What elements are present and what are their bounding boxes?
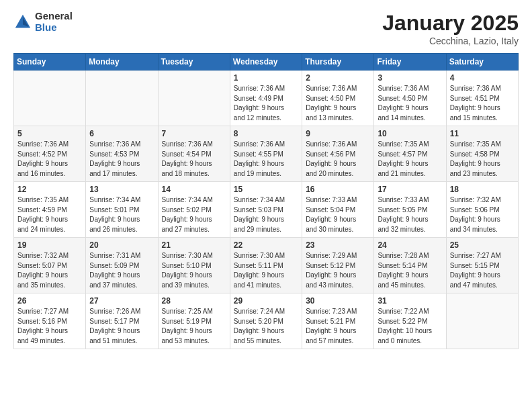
day-number: 8 — [234, 129, 298, 138]
day-info: Sunrise: 7:22 AM Sunset: 5:22 PM Dayligh… — [378, 307, 442, 346]
day-number: 25 — [450, 240, 515, 250]
day-number: 14 — [162, 185, 226, 194]
day-number: 9 — [306, 129, 370, 138]
logo-general: General — [35, 11, 73, 22]
day-info: Sunrise: 7:33 AM Sunset: 5:05 PM Dayligh… — [378, 195, 442, 234]
title-location: Cecchina, Lazio, Italy — [382, 36, 519, 46]
day-info: Sunrise: 7:31 AM Sunset: 5:09 PM Dayligh… — [89, 251, 154, 290]
day-number: 11 — [450, 129, 515, 138]
calendar-cell: 1Sunrise: 7:36 AM Sunset: 4:49 PM Daylig… — [230, 71, 302, 126]
day-number: 20 — [89, 240, 154, 250]
logo: General Blue — [13, 11, 73, 33]
calendar-cell — [446, 293, 518, 349]
day-number: 12 — [17, 185, 82, 194]
day-info: Sunrise: 7:26 AM Sunset: 5:17 PM Dayligh… — [89, 307, 154, 346]
day-info: Sunrise: 7:35 AM Sunset: 4:58 PM Dayligh… — [450, 140, 515, 179]
calendar-cell: 16Sunrise: 7:33 AM Sunset: 5:04 PM Dayli… — [302, 182, 374, 238]
day-info: Sunrise: 7:27 AM Sunset: 5:15 PM Dayligh… — [450, 251, 515, 290]
day-number: 5 — [17, 129, 82, 138]
day-info: Sunrise: 7:27 AM Sunset: 5:16 PM Dayligh… — [17, 307, 82, 346]
calendar-cell: 6Sunrise: 7:36 AM Sunset: 4:53 PM Daylig… — [86, 126, 158, 182]
day-info: Sunrise: 7:36 AM Sunset: 4:49 PM Dayligh… — [234, 84, 298, 123]
day-info: Sunrise: 7:28 AM Sunset: 5:14 PM Dayligh… — [378, 251, 442, 290]
calendar-cell: 27Sunrise: 7:26 AM Sunset: 5:17 PM Dayli… — [86, 293, 158, 349]
day-number: 1 — [234, 73, 298, 83]
day-number: 22 — [234, 240, 298, 250]
calendar-cell: 21Sunrise: 7:30 AM Sunset: 5:10 PM Dayli… — [158, 238, 230, 293]
page: General Blue January 2025 Cecchina, Lazi… — [0, 0, 532, 411]
day-number: 26 — [17, 296, 82, 306]
calendar-cell: 19Sunrise: 7:32 AM Sunset: 5:07 PM Dayli… — [14, 238, 86, 293]
weekday-header-sunday: Sunday — [14, 54, 86, 71]
day-number: 6 — [89, 129, 154, 138]
week-row-2: 5Sunrise: 7:36 AM Sunset: 4:52 PM Daylig… — [14, 126, 519, 182]
logo-blue: Blue — [35, 22, 73, 34]
title-block: January 2025 Cecchina, Lazio, Italy — [382, 11, 519, 46]
day-info: Sunrise: 7:36 AM Sunset: 4:51 PM Dayligh… — [450, 84, 515, 123]
day-number: 2 — [306, 73, 370, 83]
week-row-1: 1Sunrise: 7:36 AM Sunset: 4:49 PM Daylig… — [14, 71, 519, 126]
calendar-cell: 17Sunrise: 7:33 AM Sunset: 5:05 PM Dayli… — [374, 182, 446, 238]
calendar-cell: 3Sunrise: 7:36 AM Sunset: 4:50 PM Daylig… — [374, 71, 446, 126]
calendar-cell: 28Sunrise: 7:25 AM Sunset: 5:19 PM Dayli… — [158, 293, 230, 349]
day-info: Sunrise: 7:30 AM Sunset: 5:11 PM Dayligh… — [234, 251, 298, 290]
day-number: 31 — [378, 296, 442, 306]
weekday-header-thursday: Thursday — [302, 54, 374, 71]
day-info: Sunrise: 7:36 AM Sunset: 4:50 PM Dayligh… — [378, 84, 442, 123]
day-info: Sunrise: 7:36 AM Sunset: 4:52 PM Dayligh… — [17, 140, 82, 179]
calendar-cell: 30Sunrise: 7:23 AM Sunset: 5:21 PM Dayli… — [302, 293, 374, 349]
header: General Blue January 2025 Cecchina, Lazi… — [13, 11, 519, 46]
calendar-cell: 18Sunrise: 7:32 AM Sunset: 5:06 PM Dayli… — [446, 182, 518, 238]
day-info: Sunrise: 7:25 AM Sunset: 5:19 PM Dayligh… — [162, 307, 226, 346]
day-number: 13 — [89, 185, 154, 194]
weekday-header-monday: Monday — [86, 54, 158, 71]
calendar-cell: 8Sunrise: 7:36 AM Sunset: 4:55 PM Daylig… — [230, 126, 302, 182]
day-number: 3 — [378, 73, 442, 83]
weekday-header-saturday: Saturday — [446, 54, 518, 71]
day-number: 29 — [234, 296, 298, 306]
day-number: 16 — [306, 185, 370, 194]
calendar-cell: 11Sunrise: 7:35 AM Sunset: 4:58 PM Dayli… — [446, 126, 518, 182]
calendar-cell: 25Sunrise: 7:27 AM Sunset: 5:15 PM Dayli… — [446, 238, 518, 293]
day-info: Sunrise: 7:36 AM Sunset: 4:54 PM Dayligh… — [162, 140, 226, 179]
calendar-cell: 5Sunrise: 7:36 AM Sunset: 4:52 PM Daylig… — [14, 126, 86, 182]
calendar-cell — [158, 71, 230, 126]
calendar-cell: 31Sunrise: 7:22 AM Sunset: 5:22 PM Dayli… — [374, 293, 446, 349]
day-info: Sunrise: 7:34 AM Sunset: 5:03 PM Dayligh… — [234, 195, 298, 234]
calendar: SundayMondayTuesdayWednesdayThursdayFrid… — [13, 53, 519, 349]
day-number: 10 — [378, 129, 442, 138]
calendar-cell: 24Sunrise: 7:28 AM Sunset: 5:14 PM Dayli… — [374, 238, 446, 293]
calendar-cell: 10Sunrise: 7:35 AM Sunset: 4:57 PM Dayli… — [374, 126, 446, 182]
day-info: Sunrise: 7:34 AM Sunset: 5:01 PM Dayligh… — [89, 195, 154, 234]
calendar-cell: 4Sunrise: 7:36 AM Sunset: 4:51 PM Daylig… — [446, 71, 518, 126]
day-info: Sunrise: 7:23 AM Sunset: 5:21 PM Dayligh… — [306, 307, 370, 346]
day-info: Sunrise: 7:36 AM Sunset: 4:56 PM Dayligh… — [306, 140, 370, 179]
day-number: 19 — [17, 240, 82, 250]
day-number: 15 — [234, 185, 298, 194]
week-row-5: 26Sunrise: 7:27 AM Sunset: 5:16 PM Dayli… — [14, 293, 519, 349]
day-info: Sunrise: 7:29 AM Sunset: 5:12 PM Dayligh… — [306, 251, 370, 290]
day-number: 18 — [450, 185, 515, 194]
day-number: 30 — [306, 296, 370, 306]
calendar-cell: 22Sunrise: 7:30 AM Sunset: 5:11 PM Dayli… — [230, 238, 302, 293]
calendar-cell: 26Sunrise: 7:27 AM Sunset: 5:16 PM Dayli… — [14, 293, 86, 349]
day-info: Sunrise: 7:30 AM Sunset: 5:10 PM Dayligh… — [162, 251, 226, 290]
calendar-cell: 12Sunrise: 7:35 AM Sunset: 4:59 PM Dayli… — [14, 182, 86, 238]
calendar-cell: 9Sunrise: 7:36 AM Sunset: 4:56 PM Daylig… — [302, 126, 374, 182]
day-number: 17 — [378, 185, 442, 194]
logo-icon — [13, 13, 32, 32]
day-info: Sunrise: 7:32 AM Sunset: 5:07 PM Dayligh… — [17, 251, 82, 290]
calendar-cell: 14Sunrise: 7:34 AM Sunset: 5:02 PM Dayli… — [158, 182, 230, 238]
day-number: 23 — [306, 240, 370, 250]
day-info: Sunrise: 7:35 AM Sunset: 4:57 PM Dayligh… — [378, 140, 442, 179]
weekday-header-friday: Friday — [374, 54, 446, 71]
day-number: 27 — [89, 296, 154, 306]
calendar-cell — [86, 71, 158, 126]
week-row-3: 12Sunrise: 7:35 AM Sunset: 4:59 PM Dayli… — [14, 182, 519, 238]
day-info: Sunrise: 7:35 AM Sunset: 4:59 PM Dayligh… — [17, 195, 82, 234]
logo-text: General Blue — [35, 11, 73, 33]
day-info: Sunrise: 7:33 AM Sunset: 5:04 PM Dayligh… — [306, 195, 370, 234]
calendar-cell: 23Sunrise: 7:29 AM Sunset: 5:12 PM Dayli… — [302, 238, 374, 293]
calendar-cell — [14, 71, 86, 126]
day-number: 21 — [162, 240, 226, 250]
